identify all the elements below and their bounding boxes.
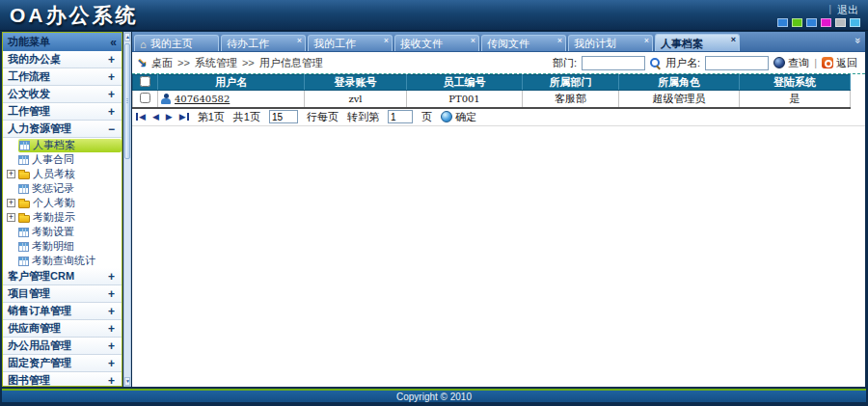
- prev-page-icon: ◀: [152, 112, 159, 122]
- tab-personnel-archive[interactable]: 人事档案 ×: [655, 34, 740, 51]
- user-icon: [161, 94, 171, 104]
- scroll-up-arrow[interactable]: ▲: [124, 33, 130, 41]
- breadcrumb-item-system-mgmt[interactable]: 系统管理: [195, 56, 237, 70]
- sidebar-item-label: 人力资源管理: [8, 122, 71, 136]
- home-icon: ⌂: [140, 40, 147, 49]
- sidebar-item-personnel-archive[interactable]: 人事档案: [3, 138, 122, 152]
- tab-my-work[interactable]: 我的工作 ×: [308, 35, 393, 51]
- tab-todo-work[interactable]: 待办工作 ×: [221, 35, 306, 51]
- first-page-button[interactable]: ◀: [136, 112, 146, 122]
- select-all-checkbox[interactable]: [140, 76, 150, 87]
- sidebar-item-personnel-contract[interactable]: 人事合同: [3, 152, 122, 167]
- sidebar-collapse-icon[interactable]: «: [110, 36, 117, 49]
- confirm-button[interactable]: 确定: [441, 110, 476, 124]
- prev-page-button[interactable]: ◀: [152, 112, 159, 122]
- copyright-text: Copyright © 2010: [396, 392, 472, 402]
- sidebar-item-label: 人事合同: [32, 152, 74, 167]
- scrollbar-track[interactable]: [124, 161, 130, 377]
- sidebar: 功能菜单 « 我的办公桌 + 工作流程 + 公文收发 + 工作管理 + 人力资源…: [2, 32, 122, 387]
- expand-plus-icon: +: [108, 105, 115, 119]
- logout-area: | 退出: [828, 3, 858, 17]
- sidebar-item-attendance-stats[interactable]: 考勤查询统计: [3, 254, 122, 268]
- tree-expand-icon[interactable]: +: [7, 213, 15, 222]
- sidebar-item-office-supplies[interactable]: 办公用品管理 +: [3, 338, 122, 355]
- username-label: 用户名:: [665, 56, 700, 70]
- tab-close-icon[interactable]: ×: [644, 37, 649, 45]
- tab-my-home[interactable]: ⌂ 我的主页: [134, 35, 219, 51]
- column-header-account: 登录账号: [305, 75, 407, 91]
- sidebar-item-label: 考勤明细: [32, 239, 74, 254]
- expand-plus-icon: +: [108, 88, 115, 101]
- expand-plus-icon: +: [108, 270, 115, 284]
- theme-swatch-green[interactable]: [792, 18, 802, 27]
- sidebar-item-label: 我的办公桌: [8, 52, 61, 67]
- sidebar-item-hr-mgmt[interactable]: 人力资源管理 −: [3, 121, 122, 138]
- sidebar-item-supplier-mgmt[interactable]: 供应商管理 +: [3, 320, 122, 338]
- tab-close-icon[interactable]: ×: [471, 37, 475, 45]
- tree-expand-icon[interactable]: +: [7, 170, 15, 178]
- pagination-bar: ◀ ◀ ▶ ▶ 第1页 共1页 行每页 转到第 页: [132, 109, 865, 126]
- sidebar-item-personal-attendance[interactable]: + 个人考勤: [3, 196, 122, 210]
- logout-link[interactable]: 退出: [837, 3, 858, 17]
- sidebar-item-label: 考勤设置: [32, 225, 74, 239]
- theme-color-picker: [777, 18, 860, 27]
- sidebar-item-fixed-assets[interactable]: 固定资产管理 +: [3, 355, 122, 372]
- goto-page-input[interactable]: [388, 110, 413, 123]
- breadcrumb-item-desktop[interactable]: 桌面: [151, 56, 173, 70]
- goto-page-label: 转到第: [347, 110, 379, 124]
- sidebar-item-project-mgmt[interactable]: 项目管理 +: [3, 285, 122, 303]
- breadcrumb-arrow-icon: ↘: [137, 56, 147, 69]
- breadcrumb: ↘ 桌面 >> 系统管理 >> 用户信息管理: [137, 56, 323, 70]
- username-link[interactable]: 407640582: [175, 94, 230, 104]
- first-page-icon: ◀: [139, 112, 146, 122]
- query-button[interactable]: 查询: [773, 56, 809, 70]
- sidebar-item-label: 固定资产管理: [8, 356, 71, 370]
- tab-close-icon[interactable]: ×: [297, 37, 302, 45]
- emp-no-cell: PT001: [407, 91, 523, 108]
- sidebar-item-staff-assessment[interactable]: + 人员考核: [3, 167, 122, 181]
- sidebar-item-attendance-settings[interactable]: 考勤设置: [3, 225, 122, 239]
- page-size-input[interactable]: [269, 110, 298, 123]
- theme-swatch-blue[interactable]: [777, 18, 788, 27]
- sidebar-item-label: 奖惩记录: [32, 181, 74, 196]
- search-filters: 部门: 用户名: 查询 | 返回: [553, 56, 857, 70]
- column-header-login-system: 登陆系统: [740, 75, 851, 91]
- tab-close-icon[interactable]: ×: [384, 37, 389, 45]
- sidebar-item-my-desk[interactable]: 我的办公桌 +: [3, 51, 122, 68]
- theme-swatch-cyan[interactable]: [850, 18, 860, 27]
- sidebar-item-workflow[interactable]: 工作流程 +: [3, 68, 122, 86]
- theme-swatch-gray[interactable]: [835, 18, 846, 27]
- last-page-button[interactable]: ▶: [179, 112, 189, 122]
- theme-swatch-magenta[interactable]: [821, 18, 831, 27]
- tab-close-icon[interactable]: ×: [731, 36, 736, 44]
- search-icon[interactable]: [650, 58, 661, 68]
- breadcrumb-item-user-info[interactable]: 用户信息管理: [259, 56, 323, 70]
- sidebar-item-crm[interactable]: 客户管理CRM +: [3, 268, 122, 285]
- tree-expand-icon[interactable]: +: [7, 199, 15, 207]
- tab-close-icon[interactable]: ×: [557, 37, 562, 45]
- folder-icon: [18, 201, 30, 208]
- sidebar-item-sales-order[interactable]: 销售订单管理 +: [3, 303, 122, 320]
- scroll-down-arrow[interactable]: ▼: [124, 377, 130, 386]
- sidebar-item-attendance-notice[interactable]: + 考勤提示: [3, 210, 122, 225]
- sidebar-item-reward-punishment[interactable]: 奖惩记录: [3, 181, 122, 196]
- sidebar-item-doc-dispatch[interactable]: 公文收发 +: [3, 86, 122, 103]
- sidebar-item-work-mgmt[interactable]: 工作管理 +: [3, 103, 122, 121]
- scrollbar-thumb[interactable]: [124, 43, 130, 159]
- row-checkbox[interactable]: [140, 93, 150, 103]
- tab-overflow-icon[interactable]: »: [853, 38, 864, 43]
- tab-my-plan[interactable]: 我的计划 ×: [568, 35, 653, 51]
- tab-received-files[interactable]: 接收文件 ×: [394, 35, 479, 51]
- next-page-button[interactable]: ▶: [166, 112, 173, 122]
- dept-cell: 客服部: [523, 91, 619, 108]
- theme-swatch-blue2[interactable]: [806, 18, 817, 27]
- sidebar-item-label: 工作流程: [8, 69, 50, 84]
- column-header-username: 用户名: [158, 75, 305, 91]
- username-input[interactable]: [705, 56, 769, 70]
- rows-per-page-label: 行每页: [307, 110, 339, 124]
- sidebar-item-library-mgmt[interactable]: 图书管理 +: [3, 372, 122, 386]
- dept-input[interactable]: [582, 56, 645, 70]
- back-button[interactable]: 返回: [822, 56, 857, 70]
- sidebar-item-attendance-detail[interactable]: 考勤明细: [3, 239, 122, 254]
- tab-circulated-files[interactable]: 传阅文件 ×: [481, 35, 566, 51]
